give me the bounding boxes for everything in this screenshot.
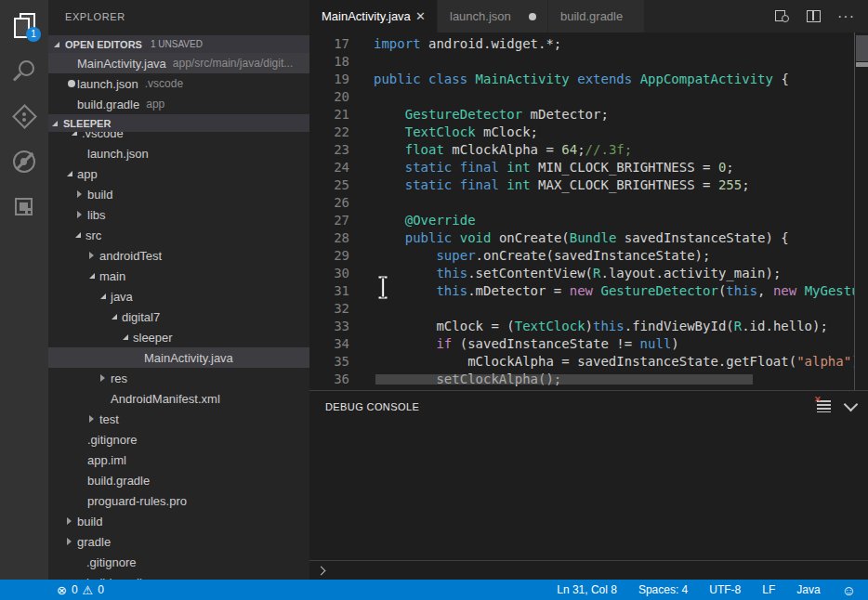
activity-bar-item-files[interactable]: 1 [0,2,48,47]
tree-item[interactable]: app [48,163,309,184]
line-content: this.setContentView(R.layout.activity_ma… [349,265,781,282]
line-content [349,194,374,212]
twisty-collapsed-icon [89,415,94,423]
more-actions-icon[interactable]: ··· [837,12,855,21]
line-content: static final int MIN_CLOCK_BRIGHTNESS = … [349,159,734,176]
tree-item[interactable]: launch.json [48,143,309,163]
editor-group: MainActivity.java✕launch.jsonbuild.gradl… [309,0,868,580]
line-number: 36 [309,371,349,388]
line-content: public class MainActivity extends AppCom… [349,71,789,88]
prompt-chevron-icon [317,566,326,575]
tab-launch.json[interactable]: launch.json [438,0,547,33]
tree-item[interactable]: .gitignore [48,552,309,572]
tree-item[interactable]: res [48,368,309,388]
file-tree: .vscodelaunch.jsonappbuildlibssrcandroid… [48,123,309,580]
cursor-position[interactable]: Ln 31, Col 8 [557,583,617,596]
problems-status[interactable]: ⊗ 0 ⚠ 0 [57,583,104,596]
tree-item-label: test [48,412,119,426]
clear-console-icon[interactable] [817,400,831,412]
indentation[interactable]: Spaces: 4 [638,583,688,596]
workbench: 1 EXPLORER OPEN EDITORS 1 UNSAVED MainAc… [0,0,868,580]
project-section-header[interactable]: SLEEPER [48,114,309,132]
open-editors-header[interactable]: OPEN EDITORS 1 UNSAVED [48,35,309,53]
line-number: 25 [309,176,349,194]
tab-MainActivity.java[interactable]: MainActivity.java✕ [309,0,437,33]
vertical-scrollbar[interactable] [854,33,868,390]
tree-item[interactable]: test [48,409,309,429]
close-tab-icon[interactable]: ✕ [415,9,427,23]
code-editor[interactable]: 17import android.widget.*;1819public cla… [309,33,868,390]
bug-dot [20,158,27,165]
tree-item[interactable]: build.gradle [48,572,309,580]
line-content: this.mDetector = new GestureDetector(thi… [349,282,855,300]
tree-item[interactable]: app.iml [48,450,309,470]
twisty-collapsed-icon [67,517,72,525]
language-mode[interactable]: Java [796,583,820,596]
open-editor-item[interactable]: launch.json.vscode [48,73,309,94]
dirty-dot-icon [68,80,75,87]
open-editor-item[interactable]: build.gradleapp [48,94,309,114]
chevron-down-icon[interactable] [844,398,859,412]
code-line: 35 mClockAlpha = savedInstanceState.getF… [309,353,855,371]
tree-item[interactable]: .gitignore [48,429,309,450]
tree-item[interactable]: proguard-rules.pro [48,490,309,511]
tab-actions: ··· [775,0,868,33]
tree-item-label: gradle [48,535,111,549]
overview-ruler-marker [856,62,868,67]
tree-item[interactable]: sleeper [48,327,309,347]
code-line: 23 float mClockAlpha = 64;//.3f; [309,141,855,159]
line-content: if (savedInstanceState != null) [349,335,679,353]
twisty-expanded-icon [89,273,95,279]
twisty-collapsed-icon [77,190,82,198]
dirty-dot-icon [529,13,536,20]
line-content: GestureDetector mDetector; [349,106,609,124]
tree-item-label: build.gradle [48,474,150,488]
tree-item[interactable]: MainActivity.java [48,347,309,368]
activity-bar-item-extensions[interactable] [0,184,48,229]
twisty-collapsed-icon [67,538,72,545]
tree-item-label: build [48,515,102,528]
tree-item[interactable]: AndroidManifest.xml [48,388,309,409]
line-number: 31 [309,282,349,300]
tree-item[interactable]: androidTest [48,245,309,266]
code-line: 28 public void onCreate(Bundle savedInst… [309,229,855,247]
activity-bar-item-source-control[interactable] [0,93,48,138]
twisty-expanded-icon [75,232,81,238]
tree-item[interactable]: libs [48,204,309,225]
tree-item[interactable]: main [48,266,309,286]
vscode-window: 1 EXPLORER OPEN EDITORS 1 UNSAVED MainAc… [0,0,868,600]
code-line: 17import android.widget.*; [309,35,855,53]
tree-item[interactable]: build [48,184,309,204]
tree-item[interactable]: digital7 [48,307,309,327]
project-name-label: SLEEPER [63,118,111,129]
code-line: 21 GestureDetector mDetector; [309,106,855,124]
line-number: 32 [309,300,349,318]
activity-bar-item-search[interactable] [0,47,48,93]
feedback-smiley-icon[interactable]: ☺ [842,583,856,597]
eol[interactable]: LF [762,583,775,596]
debug-console-input[interactable] [309,560,868,580]
scrollbar-thumb[interactable] [856,35,868,61]
tree-item-label: .gitignore [48,433,137,447]
tree-item[interactable]: build.gradle [48,470,309,490]
tree-item[interactable]: gradle [48,531,309,552]
encoding[interactable]: UTF-8 [709,583,741,596]
code-line: 26 [309,194,855,212]
open-editor-item[interactable]: MainActivity.javaapp/src/main/java/digit… [48,53,309,73]
line-number: 17 [309,35,349,53]
tree-item[interactable]: src [48,225,309,245]
split-editor-icon[interactable] [807,10,821,22]
activity-bar-item-debug[interactable] [0,138,48,184]
tab-build.gradle[interactable]: build.gradle [548,0,644,33]
open-editors-label: OPEN EDITORS [65,39,142,50]
line-content [349,300,374,318]
code-line: 25 static final int MAX_CLOCK_BRIGHTNESS… [309,176,855,194]
code-line: 31 this.mDetector = new GestureDetector(… [309,282,855,300]
tree-item[interactable]: java [48,286,309,307]
line-number: 23 [309,141,349,159]
panel-title[interactable]: DEBUG CONSOLE [325,401,419,412]
tree-item[interactable]: build [48,511,309,531]
code-line: 33 mClock = (TextClock)this.findViewById… [309,318,855,335]
open-preview-icon[interactable] [775,10,790,23]
horizontal-scrollbar[interactable] [375,374,753,385]
